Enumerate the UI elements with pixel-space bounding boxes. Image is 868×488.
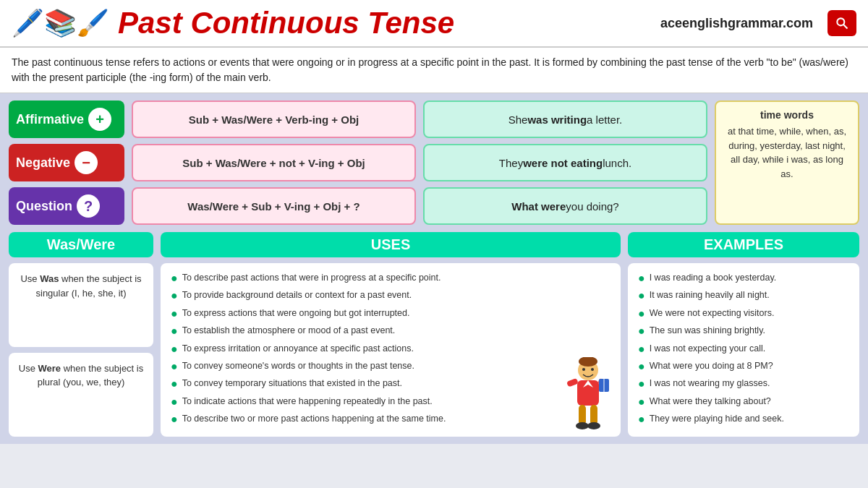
uses-item-7: ●To convey temporary situations that exi… — [171, 376, 610, 392]
examples-column: EXAMPLES ●I was reading a book yesterday… — [628, 232, 859, 437]
question-example: What were you doing? — [423, 187, 707, 225]
svg-point-14 — [576, 422, 589, 429]
waswere-plural-card: Use Were when the subject is plural (you… — [9, 353, 153, 437]
uses-list: ●To describe past actions that were in p… — [171, 270, 610, 428]
uses-header: USES — [161, 232, 621, 257]
example-item-4: ●The sun was shining brightly. — [638, 323, 849, 339]
header-icon: 🖊️📚🖌️ — [12, 8, 109, 38]
uses-item-3: ●To express actions that were ongoing bu… — [171, 306, 610, 322]
uses-item-9: ●To describe two or more past actions ha… — [171, 411, 610, 427]
search-button[interactable] — [827, 10, 856, 36]
uses-item-4: ●To establish the atmosphere or mood of … — [171, 323, 610, 339]
waswere-singular-card: Use Was when the subject is singular (I,… — [9, 263, 153, 347]
svg-point-5 — [591, 368, 594, 371]
example-item-9: ●They were playing hide and seek. — [638, 411, 849, 427]
time-words-title: time words — [725, 108, 849, 123]
examples-header: EXAMPLES — [628, 232, 859, 257]
uses-item-1: ●To describe past actions that were in p… — [171, 270, 610, 286]
affirmative-formula: Sub + Was/Were + Verb-ing + Obj — [132, 100, 416, 138]
time-words-box: time words at that time, while, when, as… — [715, 100, 859, 225]
examples-card: ●I was reading a book yesterday. ●It was… — [628, 263, 859, 437]
cartoon-figure — [563, 357, 613, 429]
question-formula: Was/Were + Sub + V-ing + Obj + ? — [132, 187, 416, 225]
header: 🖊️📚🖌️ Past Continuous Tense aceenglishgr… — [0, 0, 868, 48]
example-item-1: ●I was reading a book yesterday. — [638, 270, 849, 286]
svg-point-15 — [587, 422, 600, 429]
main-content: Affirmative + Sub + Was/Were + Verb-ing … — [0, 93, 868, 444]
svg-rect-8 — [566, 377, 579, 387]
waswere-header: Was/Were — [9, 232, 153, 257]
question-label-text: Question — [16, 199, 72, 214]
svg-rect-13 — [590, 405, 597, 425]
negative-row: Negative − Sub + Was/Were + not + V-ing … — [9, 144, 707, 181]
svg-point-4 — [582, 368, 585, 371]
uses-card: ●To describe past actions that were in p… — [161, 263, 621, 437]
negative-example: They were not eating lunch. — [423, 144, 707, 181]
time-words-content: at that time, while, when, as, during, y… — [725, 124, 849, 181]
page-title: Past Continuous Tense — [118, 6, 652, 40]
question-label: Question ? — [9, 187, 124, 225]
affirmative-example: She was writing a letter. — [423, 100, 707, 138]
website-url: aceenglishgrammar.com — [660, 16, 813, 31]
example-item-5: ●I was not expecting your call. — [638, 341, 849, 357]
negative-symbol: − — [75, 151, 98, 174]
negative-label-text: Negative — [16, 155, 70, 171]
uses-item-8: ●To indicate actions that were happening… — [171, 394, 610, 410]
example-item-6: ●What were you doing at 8 PM? — [638, 359, 849, 374]
svg-rect-12 — [579, 405, 586, 425]
affirmative-label-text: Affirmative — [16, 112, 84, 127]
example-item-7: ●I was not wearing my glasses. — [638, 376, 849, 392]
example-item-2: ●It was raining heavily all night. — [638, 288, 849, 304]
question-row: Question ? Was/Were + Sub + V-ing + Obj … — [9, 187, 707, 225]
question-symbol: ? — [77, 194, 100, 218]
affirmative-row: Affirmative + Sub + Was/Were + Verb-ing … — [9, 100, 707, 138]
uses-item-6: ●To convey someone's words or thoughts i… — [171, 359, 610, 374]
bottom-section: Was/Were Use Was when the subject is sin… — [9, 232, 859, 437]
uses-item-5: ●To express irritation or annoyance at s… — [171, 341, 610, 357]
affirmative-label: Affirmative + — [9, 100, 124, 138]
description-text: The past continuous tense refers to acti… — [0, 48, 868, 93]
uses-item-2: ●To provide background details or contex… — [171, 288, 610, 304]
negative-label: Negative − — [9, 144, 124, 181]
negative-formula: Sub + Was/Were + not + V-ing + Obj — [132, 144, 416, 181]
example-item-3: ●We were not expecting visitors. — [638, 306, 849, 322]
uses-column: USES ●To describe past actions that were… — [161, 232, 621, 437]
affirmative-symbol: + — [88, 108, 111, 131]
search-icon — [835, 16, 849, 30]
example-item-8: ●What were they talking about? — [638, 394, 849, 410]
svg-line-1 — [843, 25, 847, 28]
svg-point-0 — [837, 18, 844, 25]
waswere-column: Was/Were Use Was when the subject is sin… — [9, 232, 153, 437]
